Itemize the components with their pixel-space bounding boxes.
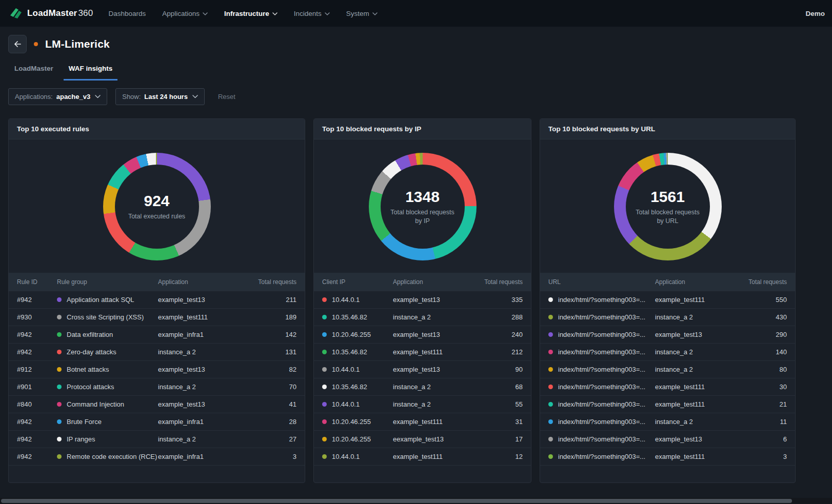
table-row[interactable]: #942Brute Forceexample_infra128 <box>9 413 305 430</box>
table-cell: #840 <box>17 400 57 408</box>
table-row[interactable]: #912Botnet attacksexample_test1382 <box>9 360 305 378</box>
table-row[interactable]: #942Zero-day attacksinstance_a 2131 <box>9 343 305 360</box>
table-cell: example_test111 <box>655 383 736 391</box>
table-row[interactable]: #942Data exfiltrationexample_infra1142 <box>9 326 305 343</box>
table-cell: 430 <box>736 313 787 321</box>
table-cell: 10.20.46.255 <box>322 435 393 443</box>
table-row[interactable]: #930Cross site Scripting (XSS)example_te… <box>9 308 305 326</box>
blocked-by-ip-table: Client IPApplicationTotal requests10.44.… <box>314 273 531 465</box>
table-cell: 550 <box>736 296 787 304</box>
scrollbar-thumb[interactable] <box>1 499 792 503</box>
series-color-dot <box>548 454 553 459</box>
table-row[interactable]: index/html/?something003=...example_test… <box>540 291 795 308</box>
blocked-by-url-donut-chart[interactable]: 1561 Total blocked requests by URL <box>614 153 722 260</box>
back-arrow-icon <box>13 40 22 48</box>
table-row[interactable]: 10.44.0.1example_test1390 <box>314 360 531 378</box>
table-cell: Cross site Scripting (XSS) <box>57 313 158 321</box>
nav-user[interactable]: Demo <box>805 10 825 17</box>
table-row[interactable]: #942Remote code execution (RCE)example_i… <box>9 448 305 465</box>
series-color-dot <box>57 454 62 459</box>
horizontal-scrollbar[interactable] <box>0 498 832 504</box>
table-cell: index/html/?something003=... <box>548 296 655 304</box>
table-cell: Application attack SQL <box>57 296 158 304</box>
table-cell: 27 <box>244 435 296 443</box>
table-cell: 10.44.0.1 <box>322 366 393 373</box>
cell-text: 10.35.46.82 <box>332 313 367 321</box>
table-cell: 12 <box>469 453 523 460</box>
back-button[interactable] <box>8 35 27 53</box>
table-cell: example_test13 <box>393 296 469 304</box>
table-row[interactable]: 10.35.46.82example_test111212 <box>314 343 531 360</box>
nav-item-label: Applications <box>162 10 200 17</box>
table-cell: index/html/?something003=... <box>548 313 655 321</box>
cell-text: index/html/?something003=... <box>558 313 645 321</box>
cell-text: 10.44.0.1 <box>332 453 360 460</box>
table-row[interactable]: #942Application attack SQLexample_test13… <box>9 291 305 308</box>
column-header: Application <box>158 278 244 286</box>
table-cell: 82 <box>244 366 296 373</box>
donut-total-label: Total blocked requests by IP <box>389 208 456 226</box>
table-row[interactable]: index/html/?something003=...instance_a 2… <box>540 308 795 326</box>
table-row[interactable]: 10.20.46.255eexample_test1317 <box>314 430 531 448</box>
table-row[interactable]: index/html/?something003=...example_test… <box>540 448 795 465</box>
donut-area: 1348 Total blocked requests by IP <box>314 139 531 273</box>
brand[interactable]: LoadMaster360 <box>9 7 93 20</box>
series-color-dot <box>322 315 327 319</box>
table-row[interactable]: #942IP rangesinstance_a 227 <box>9 430 305 448</box>
table-row[interactable]: 10.20.46.255example_test13240 <box>314 326 531 343</box>
series-color-dot <box>322 437 327 441</box>
table-cell: example_test13 <box>393 366 469 373</box>
table-row[interactable]: index/html/?something003=...instance_a 2… <box>540 360 795 378</box>
card-header: Top 10 executed rules <box>9 119 305 139</box>
table-cell: 10.44.0.1 <box>322 400 393 408</box>
table-row[interactable]: index/html/?something003=...instance_a 2… <box>540 413 795 430</box>
table-cell: instance_a 2 <box>158 348 244 356</box>
table-row[interactable]: 10.44.0.1instance_a 255 <box>314 395 531 413</box>
table-cell: example_test111 <box>393 418 469 426</box>
table-row[interactable]: 10.44.0.1example_test13335 <box>314 291 531 308</box>
table-row[interactable]: 10.35.46.82instance_a 2288 <box>314 308 531 326</box>
nav-item-incidents[interactable]: Incidents <box>294 10 330 17</box>
table-cell: example_test111 <box>655 453 736 460</box>
table-cell: index/html/?something003=... <box>548 418 655 426</box>
nav-item-infrastructure[interactable]: Infrastructure <box>224 10 278 17</box>
donut-center: 1348 Total blocked requests by IP <box>381 165 465 249</box>
column-header: Total requests <box>736 278 787 286</box>
table-row[interactable]: 10.35.46.82instance_a 268 <box>314 378 531 395</box>
table-row[interactable]: 10.44.0.1example_test11112 <box>314 448 531 465</box>
cell-text: 10.20.46.255 <box>332 418 371 426</box>
table-row[interactable]: index/html/?something003=...example_test… <box>540 430 795 448</box>
series-color-dot <box>548 402 553 407</box>
applications-filter-dropdown[interactable]: Applications: apache_v3 <box>8 88 107 105</box>
table-row[interactable]: #840Command Injectionexample_test1341 <box>9 395 305 413</box>
cell-text: 10.35.46.82 <box>332 383 367 391</box>
show-period-dropdown[interactable]: Show: Last 24 hours <box>115 88 205 105</box>
series-color-dot <box>57 332 62 337</box>
table-cell: 31 <box>469 418 523 426</box>
nav-item-applications[interactable]: Applications <box>162 10 208 17</box>
table-cell: 10.35.46.82 <box>322 383 393 391</box>
tab-waf-insights[interactable]: WAF insights <box>64 61 118 80</box>
table-cell: 28 <box>244 418 296 426</box>
nav-item-label: System <box>346 10 369 17</box>
series-color-dot <box>548 385 553 389</box>
table-cell: instance_a 2 <box>393 313 469 321</box>
table-row[interactable]: index/html/?something003=...example_test… <box>540 395 795 413</box>
table-cell: 21 <box>736 400 787 408</box>
table-row[interactable]: index/html/?something003=...instance_a 2… <box>540 343 795 360</box>
table-row[interactable]: 10.20.46.255example_test11131 <box>314 413 531 430</box>
table-row[interactable]: #901Protocol attacksinstance_a 270 <box>9 378 305 395</box>
executed-rules-donut-chart[interactable]: 924 Total executed rules <box>103 153 211 260</box>
table-cell: 55 <box>469 400 523 408</box>
donut-center: 924 Total executed rules <box>115 165 199 249</box>
nav-item-system[interactable]: System <box>346 10 378 17</box>
reset-button[interactable]: Reset <box>218 93 235 100</box>
cell-text: Command Injection <box>67 400 124 408</box>
blocked-by-ip-donut-chart[interactable]: 1348 Total blocked requests by IP <box>369 153 477 260</box>
nav-item-dashboards[interactable]: Dashboards <box>108 10 146 17</box>
table-cell: example_infra1 <box>158 331 244 338</box>
series-color-dot <box>57 297 62 302</box>
table-row[interactable]: index/html/?something003=...example_test… <box>540 326 795 343</box>
table-row[interactable]: index/html/?something003=...example_test… <box>540 378 795 395</box>
tab-loadmaster[interactable]: LoadMaster <box>9 61 58 80</box>
